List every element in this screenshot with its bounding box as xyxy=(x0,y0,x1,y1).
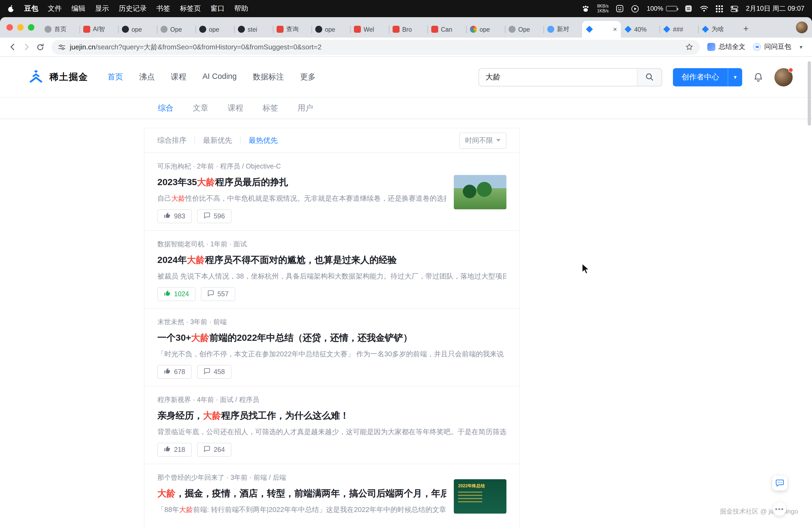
summarize-page-button[interactable]: 总结全文 xyxy=(707,42,745,51)
category-tab-标签[interactable]: 标签 xyxy=(263,103,278,113)
nav-item-首页[interactable]: 首页 xyxy=(107,72,123,82)
search-result-item[interactable]: 数据智能老司机 · 1年前 · 面试2024年大龄程序员不得不面对的尴尬，也算是… xyxy=(144,231,519,308)
comment-button[interactable]: 264 xyxy=(197,443,231,457)
menubar-menu-7[interactable]: 标签页 xyxy=(180,4,201,13)
reload-button[interactable] xyxy=(33,40,47,54)
control-center-icon[interactable] xyxy=(730,5,738,12)
url-text[interactable]: juejin.cn/search?query=大龄&fromSeo=0&from… xyxy=(70,42,321,52)
feedback-chat-button[interactable] xyxy=(772,476,787,491)
browser-tab[interactable]: ope xyxy=(311,21,350,37)
notifications-bell-icon[interactable] xyxy=(753,72,764,82)
site-info-icon[interactable] xyxy=(58,43,66,51)
category-tab-课程[interactable]: 课程 xyxy=(228,103,243,113)
zoom-window-button[interactable] xyxy=(28,24,34,31)
browser-tab[interactable]: × xyxy=(582,21,621,37)
search-input[interactable] xyxy=(479,69,637,86)
category-tab-文章[interactable]: 文章 xyxy=(193,103,208,113)
tab-close-icon[interactable]: × xyxy=(613,26,617,33)
juejin-logo[interactable]: 稀土掘金 xyxy=(27,70,88,84)
result-text-column: 数据智能老司机 · 1年前 · 面试2024年大龄程序员不得不面对的尴尬，也算是… xyxy=(157,239,506,301)
browser-tab[interactable]: 40% xyxy=(621,21,659,37)
menubar-menu-2[interactable]: 文件 xyxy=(48,4,62,13)
menubar-menu-9[interactable]: 帮助 xyxy=(234,4,248,13)
browser-tab[interactable]: Bro xyxy=(389,21,427,37)
app-status-icon[interactable] xyxy=(685,5,692,12)
creator-center-dropdown[interactable]: ▼ xyxy=(728,68,742,86)
result-title-link[interactable]: 2023年35大龄程序员最后的挣扎 xyxy=(157,176,446,189)
browser-tab[interactable]: Ope xyxy=(505,21,543,37)
like-button[interactable]: 678 xyxy=(157,365,192,379)
nav-item-课程[interactable]: 课程 xyxy=(171,72,186,82)
time-filter-dropdown[interactable]: 时间不限 xyxy=(459,132,506,148)
result-title-link[interactable]: 一个30+大龄前端的2022年中总结（还贷，还情，还我金铲铲） xyxy=(157,332,506,344)
browser-tab[interactable]: Wel xyxy=(350,21,389,37)
browser-tab[interactable]: Ope xyxy=(157,21,195,37)
minimize-window-button[interactable] xyxy=(17,24,24,31)
search-result-item[interactable]: 那个曾经的少年回来了 · 3年前 · 前端 / 后端大龄，掘金，疫情，酒店，转型… xyxy=(144,464,519,527)
menubar-menu-6[interactable]: 书签 xyxy=(156,4,170,13)
back-button[interactable] xyxy=(5,40,19,54)
more-actions-button[interactable]: ••• xyxy=(773,502,786,516)
creator-center-button[interactable]: 创作者中心 xyxy=(673,68,728,86)
user-avatar[interactable] xyxy=(774,68,793,86)
comment-button[interactable]: 596 xyxy=(197,209,231,223)
browser-tab[interactable]: 首页 xyxy=(41,21,79,37)
like-button[interactable]: 983 xyxy=(157,209,192,223)
ask-doubao-button[interactable]: 问问豆包 xyxy=(753,42,791,51)
menubar-menu-4[interactable]: 显示 xyxy=(95,4,109,13)
battery-indicator[interactable]: 100% xyxy=(647,5,677,12)
scrollbar[interactable] xyxy=(808,61,811,125)
close-window-button[interactable] xyxy=(6,24,13,31)
forward-button[interactable] xyxy=(19,40,33,54)
grid-icon[interactable] xyxy=(716,5,723,12)
menubar-menu-8[interactable]: 窗口 xyxy=(211,4,224,13)
menubar-menu-1[interactable]: 豆包 xyxy=(24,4,38,13)
browser-tab[interactable]: ### xyxy=(659,21,698,37)
category-tab-用户[interactable]: 用户 xyxy=(298,103,313,113)
browser-tab[interactable]: ope xyxy=(466,21,505,37)
chevron-down-icon[interactable]: ▼ xyxy=(799,44,803,50)
browser-tab[interactable]: ope xyxy=(195,21,234,37)
network-speed[interactable]: 8KB/s 1KB/s xyxy=(597,4,609,13)
nav-item-数据标注[interactable]: 数据标注 xyxy=(253,72,284,82)
search-result-item[interactable]: 程序新视界 · 4年前 · 面试 / 程序员亲身经历，大龄程序员找工作，为什么这… xyxy=(144,387,519,464)
search-result-item[interactable]: 末世未然 · 3年前 · 前端一个30+大龄前端的2022年中总结（还贷，还情，… xyxy=(144,308,519,387)
browser-tab[interactable]: AI智 xyxy=(79,21,118,37)
media-play-icon[interactable] xyxy=(631,4,639,13)
search-result-item[interactable]: 可乐泡枸杞 · 2年前 · 程序员 / Objective-C2023年35大龄… xyxy=(144,153,519,231)
menubar-menu-3[interactable]: 编辑 xyxy=(71,4,85,13)
address-bar[interactable]: juejin.cn/search?query=大龄&fromSeo=0&from… xyxy=(52,40,700,55)
browser-profile-avatar[interactable] xyxy=(796,21,808,33)
site-search-box[interactable] xyxy=(478,68,662,86)
new-tab-button[interactable]: + xyxy=(739,22,753,36)
browser-tab[interactable]: ope xyxy=(118,21,157,37)
like-button[interactable]: 218 xyxy=(157,443,192,457)
sort-option-综合排序[interactable]: 综合排序 xyxy=(157,136,186,145)
nav-item-沸点[interactable]: 沸点 xyxy=(139,72,155,82)
menubar-menu-5[interactable]: 历史记录 xyxy=(119,4,147,13)
menubar-clock[interactable]: 2月10日 周二 09:07 xyxy=(746,4,804,13)
sort-option-最新优先[interactable]: 最新优先 xyxy=(203,136,232,145)
wifi-icon[interactable] xyxy=(700,5,708,12)
result-title-link[interactable]: 大龄，掘金，疫情，酒店，转型，前端满两年，搞公司后端两个月，年后离职 xyxy=(157,487,446,500)
comment-button[interactable]: 557 xyxy=(201,287,235,301)
doubao-paw-icon[interactable] xyxy=(582,5,590,12)
search-button[interactable] xyxy=(637,69,662,86)
like-button[interactable]: 1024 xyxy=(157,287,195,301)
browser-tab[interactable]: 为啥 xyxy=(698,21,737,37)
comment-button[interactable]: 458 xyxy=(197,365,231,379)
browser-tab[interactable]: 查询 xyxy=(273,21,311,37)
bookmark-star-icon[interactable] xyxy=(685,43,693,51)
search-category-tabs: 综合文章课程标签用户 xyxy=(0,98,812,119)
nav-item-AI Coding[interactable]: AI Coding xyxy=(202,72,236,82)
result-title-link[interactable]: 2024年大龄程序员不得不面对的尴尬，也算是过来人的经验 xyxy=(157,254,506,266)
input-source-icon[interactable] xyxy=(616,5,624,12)
nav-item-更多[interactable]: 更多 xyxy=(300,72,316,82)
apple-logo-icon[interactable] xyxy=(8,4,14,13)
browser-tab[interactable]: 新对 xyxy=(543,21,582,37)
sort-option-最热优先[interactable]: 最热优先 xyxy=(249,136,278,145)
browser-tab[interactable]: stei xyxy=(234,21,273,37)
category-tab-综合[interactable]: 综合 xyxy=(158,103,173,113)
result-title-link[interactable]: 亲身经历，大龄程序员找工作，为什么这么难！ xyxy=(157,409,506,422)
browser-tab[interactable]: Can xyxy=(427,21,466,37)
